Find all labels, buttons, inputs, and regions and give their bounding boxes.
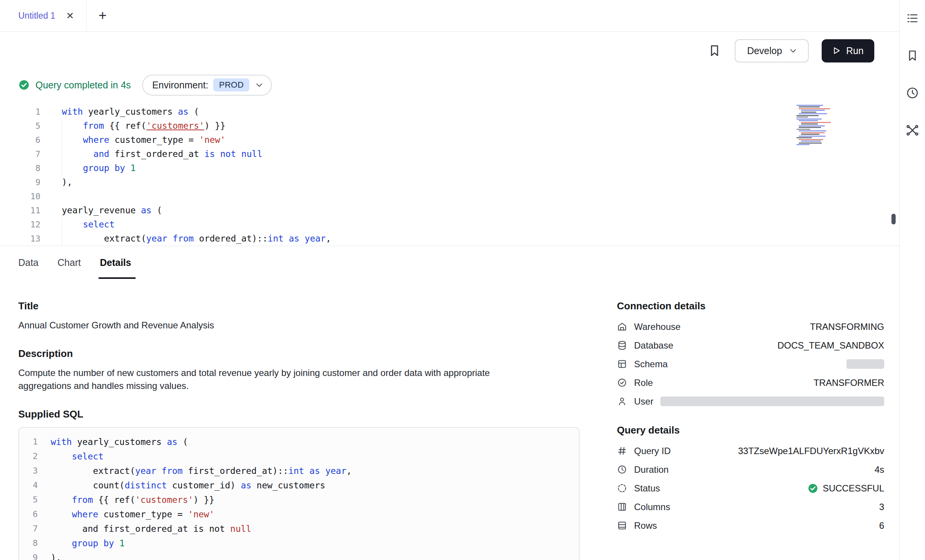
line-number: 1 — [0, 105, 40, 119]
lineage-icon — [906, 123, 919, 137]
detail-label: Warehouse — [634, 322, 681, 332]
detail-value: 3 — [879, 502, 884, 512]
panel-list-icon — [906, 11, 919, 25]
code-line: 7 and first_ordered_at is not null — [0, 147, 899, 161]
results-panel: DataChartDetails Title Annual Customer G… — [0, 246, 899, 560]
status-row: Query completed in 4s Environment: PROD — [0, 70, 899, 100]
detail-row: Query ID33TZseWpe1ALFDUYerxR1gVKxbv — [617, 442, 884, 460]
connection-details-heading: Connection details — [617, 300, 884, 312]
supplied-sql-block: 1with yearly_customers as (2 select3 ext… — [18, 427, 580, 560]
code-text: from {{ ref('customers') }} — [62, 119, 225, 133]
detail-label: Database — [634, 340, 673, 351]
code-text: ), — [62, 175, 72, 189]
code-line: 8 group by 1 — [19, 536, 579, 550]
editor-scrollbar[interactable] — [891, 214, 896, 224]
sql-editor[interactable]: 1with yearly_customers as (5 from {{ ref… — [0, 100, 899, 246]
detail-value: TRANSFORMER — [814, 378, 884, 388]
environment-selector[interactable]: Environment: PROD — [142, 75, 272, 96]
line-number: 9 — [0, 175, 40, 189]
line-number: 5 — [0, 119, 40, 133]
line-number: 3 — [19, 464, 38, 478]
code-text: yearly_revenue as ( — [62, 203, 162, 218]
line-number: 6 — [0, 133, 40, 147]
query-status-text: Query completed in 4s — [35, 80, 131, 91]
detail-row: Columns3 — [617, 498, 884, 516]
line-number: 2 — [19, 449, 38, 464]
develop-dropdown[interactable]: Develop — [735, 39, 809, 62]
code-line: 6 where customer_type = 'new' — [19, 507, 579, 522]
lineage-button[interactable] — [905, 123, 920, 138]
line-number: 11 — [0, 203, 40, 218]
code-text: select — [51, 449, 103, 464]
detail-label: Columns — [634, 502, 670, 512]
database-icon — [617, 340, 627, 350]
user-icon — [617, 396, 627, 406]
code-line: 7 and first_ordered_at is not null — [19, 522, 579, 536]
details-left-column: Title Annual Customer Growth and Revenue… — [18, 300, 580, 560]
code-text: and first_ordered_at is not null — [51, 522, 251, 536]
code-text: ), — [51, 550, 61, 560]
code-text: extract(year from ordered_at)::int as ye… — [62, 232, 331, 246]
code-text: and first_ordered_at is not null — [62, 147, 262, 161]
duration-icon — [617, 464, 627, 475]
environment-badge: PROD — [213, 78, 249, 91]
toolbar: Develop Run — [0, 32, 899, 70]
detail-label: User — [634, 396, 654, 407]
tab-details[interactable]: Details — [100, 246, 131, 279]
tab-chart[interactable]: Chart — [58, 246, 81, 279]
details-right-column: Connection details WarehouseTRANSFORMING… — [617, 300, 884, 560]
detail-value: 33TZseWpe1ALFDUYerxR1gVKxbv — [738, 446, 884, 456]
tab-label: Untitled 1 — [18, 11, 55, 21]
line-number: 8 — [0, 161, 40, 175]
detail-label: Schema — [634, 359, 668, 370]
details-panel: Title Annual Customer Growth and Revenue… — [0, 279, 899, 560]
detail-label: Role — [634, 378, 653, 388]
history-icon — [906, 86, 919, 100]
history-button[interactable] — [905, 85, 920, 101]
code-text: extract(year from first_ordered_at)::int… — [51, 464, 352, 478]
query-status: Query completed in 4s — [18, 79, 131, 91]
code-text: with yearly_customers as ( — [51, 435, 188, 449]
line-number: 8 — [19, 536, 38, 550]
columns-icon — [617, 502, 627, 512]
status-icon — [617, 483, 627, 493]
code-line: 9), — [19, 550, 579, 560]
line-number: 1 — [19, 435, 38, 449]
bookmark-button[interactable] — [905, 48, 920, 63]
detail-row: Duration4s — [617, 460, 884, 479]
minimap[interactable] — [797, 104, 842, 145]
detail-value: 4s — [875, 464, 884, 475]
description-heading: Description — [18, 348, 580, 360]
run-button[interactable]: Run — [822, 39, 874, 62]
results-tabs: DataChartDetails — [0, 246, 899, 279]
detail-value: TRANSFORMING — [810, 322, 884, 332]
panel-list-button[interactable] — [905, 11, 920, 26]
bookmark-icon[interactable] — [707, 43, 722, 58]
line-number: 12 — [0, 218, 40, 232]
develop-label: Develop — [747, 45, 782, 56]
detail-value: SUCCESSFUL — [808, 483, 884, 494]
connection-details-rows: WarehouseTRANSFORMINGDatabaseDOCS_TEAM_S… — [617, 317, 884, 411]
close-icon[interactable]: ✕ — [66, 11, 74, 21]
code-line: 10 — [0, 189, 899, 203]
line-number: 9 — [19, 550, 38, 560]
line-number: 6 — [19, 507, 38, 522]
code-line: 5 from {{ ref('customers') }} — [0, 119, 899, 133]
code-text: with yearly_customers as ( — [62, 105, 199, 119]
bookmark-icon — [906, 49, 919, 62]
code-line: 9), — [0, 175, 899, 189]
query-details-heading: Query details — [617, 424, 884, 436]
tab-untitled-1[interactable]: Untitled 1 ✕ — [0, 0, 87, 31]
redacted-value — [846, 359, 884, 369]
code-line: 2 select — [19, 449, 579, 464]
check-circle-icon — [808, 483, 818, 494]
tab-data[interactable]: Data — [18, 246, 39, 279]
detail-label: Duration — [634, 464, 669, 475]
run-label: Run — [846, 45, 864, 56]
new-tab-button[interactable]: + — [87, 0, 119, 31]
warehouse-icon — [617, 322, 627, 332]
title-value: Annual Customer Growth and Revenue Analy… — [18, 319, 580, 332]
code-line: 11yearly_revenue as ( — [0, 203, 899, 218]
code-text: from {{ ref('customers') }} — [51, 493, 214, 507]
hash-icon — [617, 446, 627, 456]
